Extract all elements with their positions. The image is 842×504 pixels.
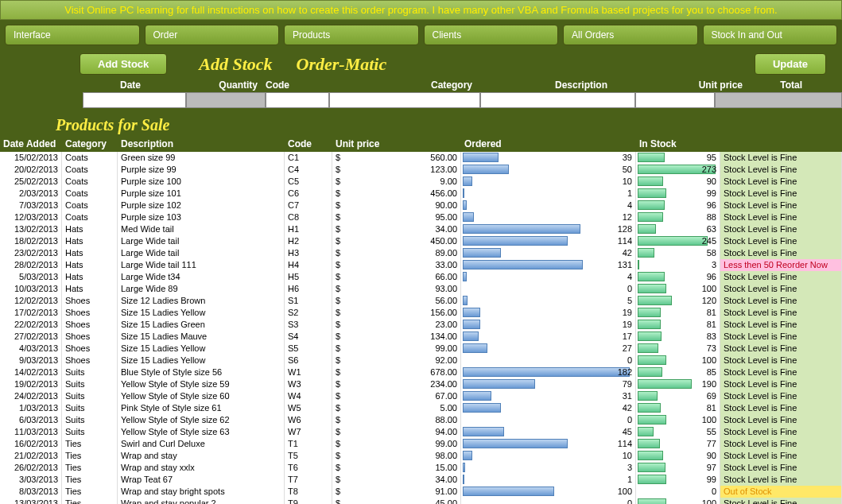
table-row: 15/02/2013CoatsGreen size 99C1$560.00399… [0, 152, 842, 164]
cell-status: Stock Level is Fine [720, 223, 842, 235]
cell-stock: 90 [636, 176, 720, 188]
nav-products[interactable]: Products [284, 25, 419, 45]
cell-ordered: 50 [461, 164, 636, 176]
cell-price: $99.00 [332, 438, 461, 450]
table-row: 7/03/2013CoatsPurple size 102C7$90.00496… [0, 200, 842, 211]
cell-stock: 90 [636, 450, 720, 462]
cell-category: Ties [62, 486, 118, 498]
table-row: 17/02/2013ShoesSize 15 Ladies YellowS2$1… [0, 307, 842, 319]
cell-code: W3 [285, 378, 332, 390]
cell-stock: 77 [636, 438, 720, 450]
cell-price: $95.00 [332, 211, 461, 223]
total-input[interactable] [715, 92, 842, 108]
cell-code: T9 [285, 498, 332, 504]
cell-status: Less then 50 Reorder Now [720, 259, 842, 271]
col-code: Code [285, 138, 332, 150]
cell-category: Suits [62, 378, 118, 390]
cell-date: 20/02/2013 [0, 164, 62, 176]
cell-status: Stock Level is Fine [720, 343, 842, 355]
cell-code: W6 [285, 414, 332, 426]
cell-ordered: 17 [461, 331, 636, 343]
cell-code: T8 [285, 486, 332, 498]
cell-ordered: 4 [461, 200, 636, 211]
cell-stock: 96 [636, 271, 720, 283]
cell-price: $23.00 [332, 319, 461, 331]
col-unit-price: Unit price [332, 138, 461, 150]
nav-bar: Interface Order Products Clients All Ord… [0, 20, 842, 50]
cell-date: 26/02/2013 [0, 462, 62, 474]
cell-description: Pink Style of Style size 61 [118, 402, 285, 414]
input-headers: Date Quantity Code Category Description … [0, 78, 842, 92]
cell-category: Shoes [62, 343, 118, 355]
cell-category: Hats [62, 247, 118, 259]
cell-description: Yellow Style of Style size 59 [118, 378, 285, 390]
cell-category: Shoes [62, 331, 118, 343]
cell-stock: 95 [636, 152, 720, 164]
cell-description: Size 12 Ladies Brown [118, 295, 285, 307]
cell-date: 6/03/2013 [0, 414, 62, 426]
cell-category: Shoes [62, 319, 118, 331]
table-row: 23/02/2013HatsLarge Wide tailH3$89.00425… [0, 247, 842, 259]
cell-price: $15.00 [332, 462, 461, 474]
cell-price: $88.00 [332, 414, 461, 426]
nav-clients[interactable]: Clients [424, 25, 559, 45]
cell-stock: 245 [636, 235, 720, 247]
cell-status: Stock Level is Fine [720, 331, 842, 343]
quantity-input[interactable] [186, 92, 266, 108]
cell-description: Size 15 Ladies Yellow [118, 343, 285, 355]
cell-price: $234.00 [332, 378, 461, 390]
cell-date: 25/02/2013 [0, 176, 62, 188]
cell-status: Stock Level is Fine [720, 200, 842, 211]
cell-category: Ties [62, 438, 118, 450]
cell-description: Purple size 102 [118, 200, 285, 211]
cell-stock: 63 [636, 223, 720, 235]
title-add-stock: Add Stock [199, 54, 272, 75]
cell-status: Stock Level is Fine [720, 426, 842, 438]
cell-status: Stock Level is Fine [720, 319, 842, 331]
cell-code: T1 [285, 438, 332, 450]
cell-code: W1 [285, 366, 332, 378]
table-row: 8/03/2013TiesWrap and stay bright spotsT… [0, 486, 842, 498]
category-input[interactable] [329, 92, 480, 108]
cell-category: Coats [62, 152, 118, 164]
cell-code: H3 [285, 247, 332, 259]
cell-date: 16/02/2013 [0, 438, 62, 450]
nav-stock-in-out[interactable]: Stock In and Out [703, 25, 838, 45]
cell-status: Stock Level is Fine [720, 283, 842, 295]
cell-description: Yellow Style of Style size 62 [118, 414, 285, 426]
unit-price-input[interactable] [635, 92, 715, 108]
cell-price: $9.00 [332, 176, 461, 188]
nav-order[interactable]: Order [145, 25, 280, 45]
cell-code: S4 [285, 331, 332, 343]
cell-description: Wrap and stay xxlx [118, 462, 285, 474]
cell-price: $94.00 [332, 426, 461, 438]
cell-stock: 190 [636, 378, 720, 390]
code-input[interactable] [266, 92, 329, 108]
cell-category: Shoes [62, 295, 118, 307]
cell-status: Stock Level is Fine [720, 152, 842, 164]
add-stock-button[interactable]: Add Stock [80, 53, 167, 75]
cell-category: Hats [62, 271, 118, 283]
cell-stock: 96 [636, 200, 720, 211]
update-button[interactable]: Update [755, 53, 826, 75]
cell-price: $67.00 [332, 390, 461, 402]
description-input[interactable] [480, 92, 635, 108]
cell-code: C8 [285, 211, 332, 223]
cell-code: C1 [285, 152, 332, 164]
table-row: 13/02/2013HatsMed Wide tailH1$34.0012863… [0, 223, 842, 235]
date-input[interactable] [83, 92, 186, 108]
cell-description: Large Wide t34 [118, 271, 285, 283]
table-row: 9/03/2013ShoesSize 15 Ladies YellowS6$92… [0, 355, 842, 366]
cell-code: C4 [285, 164, 332, 176]
cell-stock: 73 [636, 343, 720, 355]
nav-interface[interactable]: Interface [5, 25, 140, 45]
col-ordered: Ordered [461, 138, 636, 150]
cell-price: $90.00 [332, 200, 461, 211]
cell-stock: 83 [636, 331, 720, 343]
cell-category: Suits [62, 426, 118, 438]
cell-ordered: 182 [461, 366, 636, 378]
cell-status: Stock Level is Fine [720, 414, 842, 426]
cell-code: H1 [285, 223, 332, 235]
nav-all-orders[interactable]: All Orders [563, 25, 698, 45]
cell-category: Hats [62, 223, 118, 235]
